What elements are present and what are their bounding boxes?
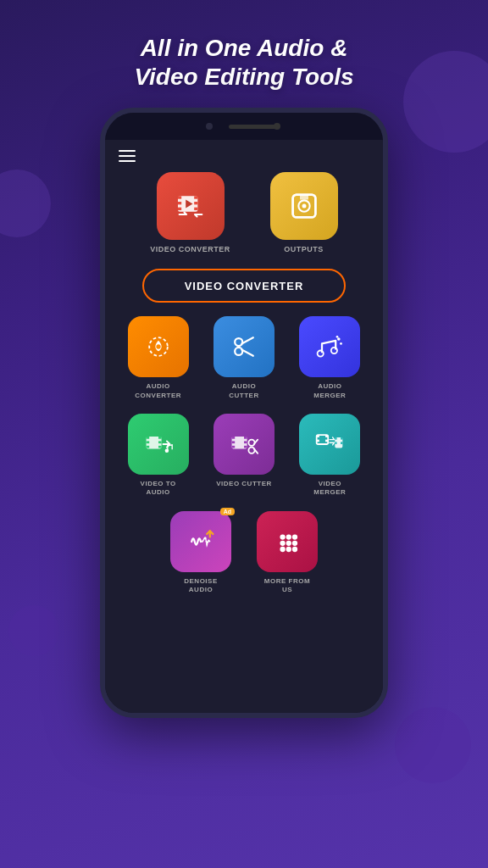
audio-converter-icon[interactable] xyxy=(128,316,189,377)
bg-decoration-4 xyxy=(8,605,59,656)
menu-lines xyxy=(119,150,369,162)
audio-merger-label: AUDIOMERGER xyxy=(313,382,346,400)
tools-grid: AUDIOCONVERTER AUDIOCUTTER xyxy=(105,316,383,498)
svg-rect-44 xyxy=(317,435,319,437)
svg-rect-25 xyxy=(146,437,149,439)
menu-line-2 xyxy=(119,155,136,157)
video-to-audio-svg xyxy=(143,429,174,459)
svg-point-59 xyxy=(292,540,297,545)
outputs-icon[interactable] xyxy=(270,172,338,240)
svg-point-22 xyxy=(340,342,342,345)
audio-merger-icon[interactable] xyxy=(299,316,360,377)
svg-rect-26 xyxy=(146,441,149,443)
video-cutter-label: VIDEO CUTTER xyxy=(216,480,272,488)
svg-rect-3 xyxy=(178,208,181,210)
menu-line-1 xyxy=(119,150,136,152)
phone-screen: VIDEO CONVERTER OUTPUTS xyxy=(105,140,383,713)
outputs-label: OUTPUTS xyxy=(284,245,324,253)
bg-decoration-1 xyxy=(403,51,488,153)
audio-cutter-item[interactable]: AUDIOCUTTER xyxy=(208,316,280,400)
video-to-audio-label: VIDEO TOAUDIO xyxy=(141,480,176,498)
svg-rect-49 xyxy=(336,437,337,440)
bg-decoration-2 xyxy=(0,170,51,237)
phone-top-bar xyxy=(105,113,383,140)
svg-point-21 xyxy=(337,337,341,341)
svg-rect-35 xyxy=(232,446,236,448)
svg-point-60 xyxy=(280,547,285,552)
denoise-audio-item[interactable]: Ad DENOISEAUDIO xyxy=(170,511,231,595)
more-from-us-icon[interactable] xyxy=(257,511,318,572)
more-from-us-svg xyxy=(272,526,302,557)
video-to-audio-icon[interactable] xyxy=(128,414,189,475)
video-merger-icon[interactable] xyxy=(299,414,360,475)
denoise-audio-svg xyxy=(186,526,216,557)
audio-converter-label: AUDIOCONVERTER xyxy=(135,382,181,400)
svg-line-17 xyxy=(241,337,253,343)
svg-rect-34 xyxy=(232,441,236,443)
denoise-audio-label: DENOISEAUDIO xyxy=(184,577,218,595)
svg-rect-1 xyxy=(178,197,181,199)
active-tool-label: VIDEO CONVERTER xyxy=(185,280,304,292)
svg-point-31 xyxy=(164,448,169,453)
page-title: All in One Audio &Video Editing Tools xyxy=(134,34,353,91)
audio-converter-item[interactable]: AUDIOCONVERTER xyxy=(122,316,194,400)
svg-point-62 xyxy=(292,547,297,552)
phone-mockup: VIDEO CONVERTER OUTPUTS xyxy=(100,108,388,718)
audio-merger-item[interactable]: AUDIOMERGER xyxy=(294,316,366,400)
bottom-row: Ad DENOISEAUDIO xyxy=(105,511,383,595)
svg-rect-52 xyxy=(341,442,342,444)
svg-line-18 xyxy=(241,350,253,356)
svg-point-11 xyxy=(302,204,306,209)
svg-point-23 xyxy=(336,336,339,338)
video-cutter-item[interactable]: VIDEO CUTTER xyxy=(208,414,280,498)
audio-cutter-label: AUDIOCUTTER xyxy=(229,382,258,400)
video-converter-wrapper[interactable]: VIDEO CONVERTER xyxy=(150,172,230,253)
denoise-audio-icon[interactable]: Ad xyxy=(170,511,231,572)
svg-point-54 xyxy=(280,534,285,539)
video-cutter-icon[interactable] xyxy=(214,414,274,475)
audio-converter-svg xyxy=(143,331,174,362)
more-from-us-item[interactable]: MORE FROMUS xyxy=(257,511,318,595)
video-to-audio-item[interactable]: VIDEO TOAUDIO xyxy=(122,414,194,498)
menu-button[interactable] xyxy=(105,140,383,172)
svg-rect-30 xyxy=(158,446,162,448)
phone-speaker xyxy=(229,125,280,129)
svg-point-19 xyxy=(318,351,324,357)
menu-line-3 xyxy=(119,160,136,162)
audio-merger-svg xyxy=(314,331,345,362)
video-converter-svg xyxy=(174,189,208,223)
video-converter-icon[interactable] xyxy=(157,172,225,240)
video-merger-label: VIDEOMERGER xyxy=(313,480,346,498)
svg-rect-4 xyxy=(194,197,197,199)
svg-point-56 xyxy=(292,534,297,539)
phone-camera xyxy=(274,123,280,130)
svg-point-55 xyxy=(286,534,291,539)
svg-point-15 xyxy=(235,338,242,346)
svg-rect-27 xyxy=(146,446,149,448)
svg-point-20 xyxy=(331,348,337,353)
svg-rect-33 xyxy=(232,437,236,439)
svg-rect-38 xyxy=(244,446,247,448)
svg-rect-12 xyxy=(300,195,308,200)
outputs-svg xyxy=(287,189,321,223)
svg-point-14 xyxy=(156,344,160,348)
svg-rect-5 xyxy=(194,202,197,204)
svg-rect-45 xyxy=(317,440,319,442)
top-icons-row: VIDEO CONVERTER OUTPUTS xyxy=(105,172,383,262)
more-from-us-label: MORE FROMUS xyxy=(264,577,310,595)
outputs-wrapper[interactable]: OUTPUTS xyxy=(270,172,338,253)
svg-point-61 xyxy=(286,547,291,552)
svg-rect-51 xyxy=(341,437,342,440)
audio-cutter-svg xyxy=(229,331,259,362)
audio-cutter-icon[interactable] xyxy=(214,316,274,377)
active-tool-button[interactable]: VIDEO CONVERTER xyxy=(142,269,346,303)
svg-rect-50 xyxy=(336,442,337,444)
phone-camera-dot xyxy=(206,123,213,130)
svg-point-16 xyxy=(235,348,242,355)
svg-point-57 xyxy=(280,540,285,545)
video-cutter-svg xyxy=(229,429,259,459)
svg-rect-29 xyxy=(158,441,162,443)
svg-rect-46 xyxy=(325,435,328,437)
video-merger-item[interactable]: VIDEOMERGER xyxy=(294,414,366,498)
video-merger-svg xyxy=(314,429,345,459)
